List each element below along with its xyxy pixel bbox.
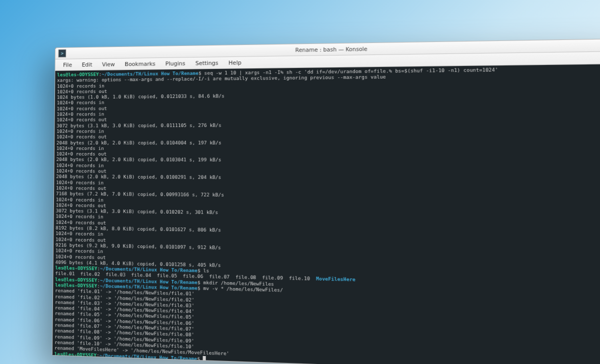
dd-line: 1024 bytes (1.0 kB, 1.0 KiB) copied, 0.0…	[57, 93, 224, 100]
menu-edit[interactable]: Edit	[77, 60, 98, 70]
cmd-ls: ls	[200, 268, 210, 274]
konsole-window: Rename : bash — Konsole File Edit View B…	[52, 38, 600, 364]
dd-line: 2048 bytes (2.0 kB, 2.0 KiB) copied, 0.0…	[56, 140, 222, 145]
window-title: Rename : bash — Konsole	[296, 46, 368, 53]
menu-view[interactable]: View	[97, 60, 120, 70]
cursor-icon	[203, 356, 206, 361]
dd-line: 2048 bytes (2.0 kB, 2.0 KiB) copied, 0.0…	[56, 156, 222, 162]
menu-file[interactable]: File	[58, 60, 77, 70]
menu-settings[interactable]: Settings	[190, 58, 224, 68]
cmd-mv: mv -v * /home/les/NewFiles/	[200, 285, 283, 292]
ls-dir: MoveFilesHere	[316, 276, 356, 282]
menu-bookmarks[interactable]: Bookmarks	[120, 58, 160, 68]
app-icon	[58, 50, 66, 58]
dd-line: 3072 bytes (3.1 kB, 3.0 KiB) copied, 0.0…	[56, 122, 222, 128]
prompt-user: les@les-ODYSSEY	[57, 72, 99, 78]
terminal[interactable]: les@les-ODYSSEY:~/Documents/TH/Linux How…	[52, 64, 600, 364]
menu-help[interactable]: Help	[224, 58, 246, 68]
menu-plugins[interactable]: Plugins	[160, 58, 190, 68]
